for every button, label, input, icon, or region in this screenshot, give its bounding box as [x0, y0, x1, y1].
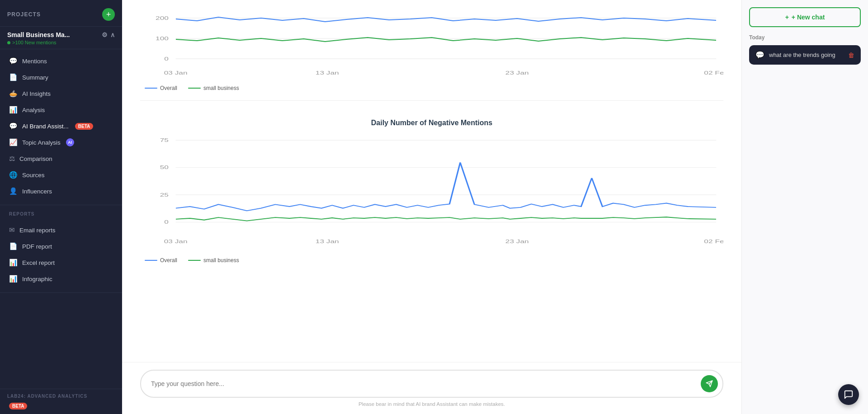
influencers-icon: 👤 [9, 187, 18, 195]
chat-bubble-icon: 💬 [755, 51, 764, 59]
legend-small-business: small business [188, 85, 239, 91]
lab-divider [0, 292, 122, 293]
sidebar-item-label: Mentions [22, 58, 47, 65]
chevron-up-icon[interactable]: ∧ [110, 31, 115, 38]
delete-chat-icon[interactable]: 🗑 [848, 52, 854, 59]
project-mentions: >100 New mentions [7, 40, 115, 45]
summary-icon: 📄 [9, 73, 18, 81]
ai-brand-icon: 💬 [9, 122, 18, 130]
sidebar-item-label: Influencers [22, 188, 52, 195]
chat-history: Today 💬 what are the trends going 🗑 [742, 34, 868, 65]
negative-chart-container: Daily Number of Negative Mentions 75 50 … [140, 110, 723, 268]
excel-icon: 📊 [9, 259, 18, 267]
sidebar-item-comparison[interactable]: ⚖ Comparison [0, 151, 122, 167]
lab-section: LAB24: ADVANCED ANALYTICS BETA [0, 389, 122, 414]
svg-text:0: 0 [164, 220, 169, 225]
svg-rect-11 [176, 136, 717, 237]
sidebar-item-mentions[interactable]: 💬 Mentions [0, 53, 122, 69]
negative-chart: 75 50 25 0 03 Jan 13 Jan 23 Jan 02 Feb [140, 136, 723, 254]
negative-chart-title: Daily Number of Negative Mentions [140, 119, 723, 127]
svg-text:200: 200 [156, 15, 169, 21]
svg-text:50: 50 [160, 165, 169, 170]
new-chat-plus-icon: + [785, 14, 789, 21]
negative-chart-section: Daily Number of Negative Mentions 75 50 … [140, 110, 723, 268]
legend-small-business-neg-label: small business [203, 257, 239, 263]
content-area: 200 100 0 03 Jan 13 Jan 23 Jan 02 Feb Ov… [122, 0, 741, 362]
sidebar-header: PROJECTS + [0, 0, 122, 27]
input-disclaimer: Please bear in mind that AI brand Assist… [140, 401, 723, 407]
new-chat-button[interactable]: + + New chat [749, 7, 861, 27]
reports-divider [0, 205, 122, 205]
sidebar-item-ai-insights[interactable]: 🥧 AI Insights [0, 85, 122, 102]
svg-text:13 Jan: 13 Jan [316, 70, 339, 75]
sidebar-item-topic-analysis[interactable]: 📈 Topic Analysis AI [0, 134, 122, 151]
ai-insights-icon: 🥧 [9, 89, 18, 98]
pdf-icon: 📄 [9, 242, 18, 250]
sidebar-item-email-reports[interactable]: ✉ Email reports [0, 222, 122, 238]
new-chat-label: + New chat [792, 14, 825, 21]
positive-chart: 200 100 0 03 Jan 13 Jan 23 Jan 02 Feb [140, 9, 723, 81]
send-button[interactable] [701, 375, 718, 392]
sources-icon: 🌐 [9, 171, 18, 179]
question-input[interactable] [151, 380, 701, 387]
nav-section-reports: ✉ Email reports 📄 PDF report 📊 Excel rep… [0, 218, 122, 291]
comparison-icon: ⚖ [9, 155, 15, 163]
negative-chart-legend: Overall small business [140, 257, 723, 263]
svg-text:02 Feb: 02 Feb [704, 239, 723, 244]
legend-line-green-neg [188, 260, 201, 261]
mentions-dot [7, 41, 10, 44]
beta-badge: BETA [75, 123, 93, 130]
sidebar-item-label: Analysis [22, 107, 45, 113]
svg-text:25: 25 [160, 192, 169, 198]
input-area: Please bear in mind that AI brand Assist… [122, 362, 741, 414]
mentions-text: >100 New mentions [12, 40, 57, 45]
sidebar-item-label: AI Brand Assist... [22, 123, 69, 130]
analysis-icon: 📊 [9, 106, 18, 114]
reports-section-label: REPORTS [0, 207, 122, 218]
nav-section-main: 💬 Mentions 📄 Summary 🥧 AI Insights 📊 Ana… [0, 49, 122, 203]
svg-text:75: 75 [160, 138, 169, 143]
legend-small-business-neg: small business [188, 257, 239, 263]
sidebar-item-label: Topic Analysis [22, 139, 61, 146]
positive-chart-legend: Overall small business [140, 85, 723, 91]
legend-overall-neg: Overall [145, 257, 177, 263]
chat-widget-icon [844, 390, 854, 400]
sidebar: PROJECTS + Small Business Ma... ⚙ ∧ >100… [0, 0, 122, 414]
legend-small-business-label: small business [203, 85, 239, 91]
main-content: 200 100 0 03 Jan 13 Jan 23 Jan 02 Feb Ov… [122, 0, 741, 414]
sidebar-item-label: AI Insights [22, 90, 51, 97]
gear-icon[interactable]: ⚙ [102, 31, 108, 38]
project-item: Small Business Ma... ⚙ ∧ >100 New mentio… [0, 27, 122, 49]
send-icon [706, 380, 713, 387]
sidebar-item-pdf-report[interactable]: 📄 PDF report [0, 238, 122, 254]
svg-text:13 Jan: 13 Jan [316, 239, 339, 244]
topic-analysis-icon: 📈 [9, 138, 18, 146]
sidebar-item-infographic[interactable]: 📊 Infographic [0, 271, 122, 287]
chart-divider [140, 100, 723, 101]
sidebar-item-ai-brand[interactable]: 💬 AI Brand Assist... BETA [0, 118, 122, 134]
add-project-button[interactable]: + [102, 8, 115, 21]
sidebar-item-label: Email reports [19, 227, 56, 234]
sidebar-item-sources[interactable]: 🌐 Sources [0, 167, 122, 183]
sidebar-item-label: Infographic [22, 276, 52, 282]
svg-text:03 Jan: 03 Jan [164, 70, 188, 75]
lab-label: LAB24: ADVANCED ANALYTICS [7, 394, 115, 399]
chat-widget-button[interactable] [838, 384, 859, 405]
infographic-icon: 📊 [9, 275, 18, 283]
chat-history-item[interactable]: 💬 what are the trends going 🗑 [749, 45, 861, 65]
chat-item-text: what are the trends going [769, 52, 844, 58]
sidebar-item-excel-report[interactable]: 📊 Excel report [0, 254, 122, 271]
email-icon: ✉ [9, 226, 15, 234]
project-name-text: Small Business Ma... [7, 31, 102, 38]
right-panel: + + New chat Today 💬 what are the trends… [741, 0, 868, 414]
lab-beta-badge: BETA [9, 403, 27, 409]
ai-icon: AI [66, 138, 74, 146]
sidebar-item-label: Summary [22, 74, 48, 81]
sidebar-item-summary[interactable]: 📄 Summary [0, 69, 122, 85]
sidebar-item-influencers[interactable]: 👤 Influencers [0, 183, 122, 199]
legend-overall: Overall [145, 85, 177, 91]
sidebar-item-label: PDF report [22, 243, 52, 250]
svg-text:23 Jan: 23 Jan [505, 239, 529, 244]
project-name: Small Business Ma... ⚙ ∧ [7, 31, 115, 38]
sidebar-item-analysis[interactable]: 📊 Analysis [0, 102, 122, 118]
